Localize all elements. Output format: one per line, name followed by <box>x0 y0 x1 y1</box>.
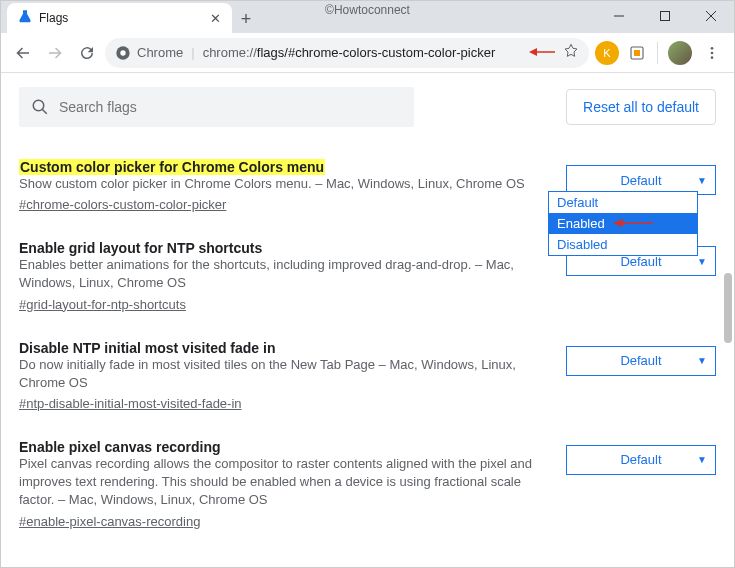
dropdown-option-disabled[interactable]: Disabled <box>549 234 697 255</box>
svg-point-11 <box>711 51 714 54</box>
flag-item: Enable pixel canvas recording Pixel canv… <box>19 417 716 535</box>
svg-point-10 <box>711 47 714 50</box>
profile-avatar[interactable]: K <box>595 41 619 65</box>
svg-marker-16 <box>613 219 623 227</box>
page-content: Reset all to default Custom color picker… <box>1 73 734 567</box>
flag-title: Enable pixel canvas recording <box>19 439 221 455</box>
extension-icon[interactable] <box>625 41 649 65</box>
flag-description: Show custom color picker in Chrome Color… <box>19 175 548 193</box>
annotation-arrow-icon <box>613 216 653 231</box>
svg-rect-1 <box>661 12 670 21</box>
scrollbar-thumb[interactable] <box>724 273 732 343</box>
search-input[interactable] <box>59 99 402 115</box>
search-icon <box>31 98 49 116</box>
close-tab-icon[interactable]: ✕ <box>208 11 222 26</box>
chevron-down-icon: ▼ <box>697 175 707 186</box>
browser-tab[interactable]: Flags ✕ <box>7 3 232 33</box>
flag-state-select[interactable]: Default ▼ <box>566 346 716 376</box>
flag-state-select[interactable]: Default ▼ <box>566 445 716 475</box>
minimize-button[interactable] <box>596 1 642 31</box>
watermark-text: ©Howtoconnect <box>325 3 410 17</box>
tab-title: Flags <box>39 11 202 25</box>
chevron-down-icon: ▼ <box>697 256 707 267</box>
flag-title: Enable grid layout for NTP shortcuts <box>19 240 262 256</box>
svg-rect-9 <box>634 50 640 56</box>
forward-button <box>41 39 69 67</box>
svg-point-5 <box>120 50 125 55</box>
browser-toolbar: Chrome | chrome://flags/#chrome-colors-c… <box>1 33 734 73</box>
dropdown-option-default[interactable]: Default <box>549 192 697 213</box>
site-info[interactable]: Chrome <box>115 45 183 61</box>
svg-marker-7 <box>529 48 537 56</box>
flag-title: Custom color picker for Chrome Colors me… <box>19 159 325 175</box>
back-button[interactable] <box>9 39 37 67</box>
flag-anchor-link[interactable]: #grid-layout-for-ntp-shortcuts <box>19 297 186 312</box>
chrome-icon <box>115 45 131 61</box>
svg-line-14 <box>42 109 47 114</box>
reset-all-button[interactable]: Reset all to default <box>566 89 716 125</box>
chevron-down-icon: ▼ <box>697 355 707 366</box>
annotation-arrow-icon <box>529 45 555 60</box>
flag-item: Custom color picker for Chrome Colors me… <box>19 137 716 218</box>
flag-item: Disable NTP initial most visited fade in… <box>19 318 716 417</box>
flag-anchor-link[interactable]: #ntp-disable-initial-most-visited-fade-i… <box>19 396 242 411</box>
title-bar: Flags ✕ + ©Howtoconnect <box>1 1 734 33</box>
separator <box>657 42 658 64</box>
maximize-button[interactable] <box>642 1 688 31</box>
menu-button[interactable] <box>698 39 726 67</box>
reload-button[interactable] <box>73 39 101 67</box>
flag-anchor-link[interactable]: #chrome-colors-custom-color-picker <box>19 197 226 212</box>
dropdown-option-enabled[interactable]: Enabled <box>549 213 697 234</box>
flag-anchor-link[interactable]: #enable-pixel-canvas-recording <box>19 514 200 529</box>
flag-description: Pixel canvas recording allows the compos… <box>19 455 548 510</box>
flask-icon <box>17 9 33 28</box>
search-flags-box[interactable] <box>19 87 414 127</box>
svg-point-13 <box>33 100 44 111</box>
close-window-button[interactable] <box>688 1 734 31</box>
secure-label: Chrome <box>137 45 183 60</box>
user-avatar[interactable] <box>668 41 692 65</box>
flag-title: Disable NTP initial most visited fade in <box>19 340 275 356</box>
divider: | <box>191 45 194 60</box>
flag-description: Do now initially fade in most visited ti… <box>19 356 548 392</box>
url-text: chrome://flags/#chrome-colors-custom-col… <box>203 45 521 60</box>
address-bar[interactable]: Chrome | chrome://flags/#chrome-colors-c… <box>105 38 589 68</box>
chevron-down-icon: ▼ <box>697 454 707 465</box>
new-tab-button[interactable]: + <box>232 5 260 33</box>
star-icon[interactable] <box>563 43 579 62</box>
flag-description: Enables better animations for the shortc… <box>19 256 548 292</box>
svg-point-12 <box>711 56 714 59</box>
flag-dropdown-open[interactable]: Default Enabled Disabled <box>548 191 698 256</box>
